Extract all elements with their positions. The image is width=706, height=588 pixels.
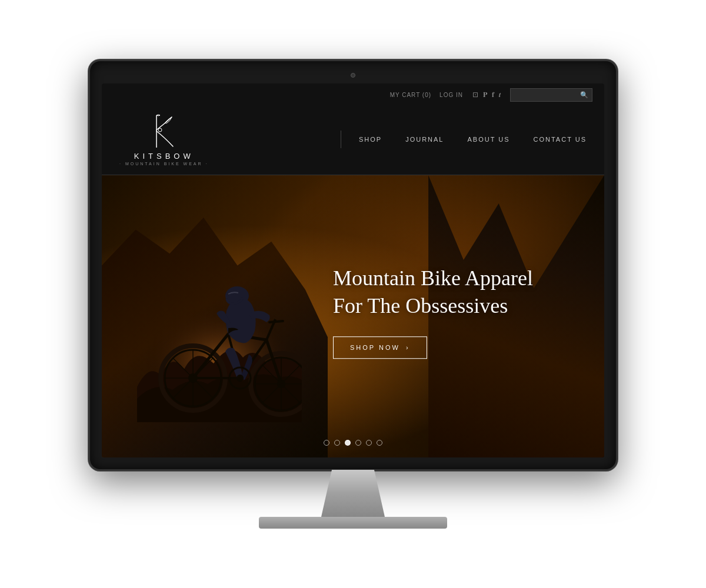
hero-text: Mountain Bike Apparel For The Obssessive… (333, 265, 533, 359)
monitor-stand (300, 470, 406, 517)
search-icon[interactable]: 🔍 (580, 91, 588, 99)
svg-point-1 (158, 128, 162, 132)
shop-now-button[interactable]: SHOP NOW › (333, 336, 427, 359)
header: KITSBOW · MOUNTAIN BIKE WEAR · SHOP JOUR… (102, 106, 604, 175)
carousel-dot-3[interactable] (345, 440, 351, 446)
main-nav: SHOP JOURNAL ABOUT US CONTACT US (359, 133, 587, 146)
social-icons: ⊡ 𝐏 𝐟 𝒕 (472, 91, 501, 99)
twitter-icon[interactable]: 𝒕 (499, 91, 501, 99)
hero-headline-line1: Mountain Bike Apparel (333, 265, 533, 292)
carousel-dots (324, 440, 382, 446)
svg-point-21 (237, 375, 244, 382)
cyclist-svg (137, 222, 302, 422)
carousel-dot-4[interactable] (355, 440, 361, 446)
instagram-icon[interactable]: ⊡ (472, 91, 478, 99)
hero-headline-line2: For The Obssessives (333, 292, 533, 320)
camera-dot (351, 73, 355, 78)
hero-section: Mountain Bike Apparel For The Obssessive… (102, 175, 604, 457)
login-link[interactable]: LOG IN (439, 92, 463, 98)
nav-section: SHOP JOURNAL ABOUT US CONTACT US (208, 131, 587, 148)
cart-link[interactable]: MY CART (0) (390, 92, 431, 98)
svg-line-18 (269, 321, 283, 322)
cyclist-illustration (137, 222, 302, 422)
facebook-icon[interactable]: 𝐟 (492, 91, 494, 99)
carousel-dot-1[interactable] (324, 440, 329, 446)
nav-divider (341, 131, 341, 148)
logo-icon (149, 112, 179, 151)
monitor-base (259, 517, 447, 529)
screen: MY CART (0) LOG IN ⊡ 𝐏 𝐟 𝒕 🔍 (102, 83, 604, 457)
shop-now-arrow: › (406, 344, 410, 351)
logo-section: KITSBOW · MOUNTAIN BIKE WEAR · (119, 112, 208, 166)
top-bar: MY CART (0) LOG IN ⊡ 𝐏 𝐟 𝒕 🔍 (102, 83, 604, 106)
logo-tagline: · MOUNTAIN BIKE WEAR · (119, 162, 208, 166)
shop-now-label: SHOP NOW (350, 344, 400, 351)
nav-contact[interactable]: CONTACT US (534, 133, 587, 146)
carousel-dot-5[interactable] (366, 440, 372, 446)
carousel-dot-6[interactable] (377, 440, 382, 446)
monitor-body: MY CART (0) LOG IN ⊡ 𝐏 𝐟 𝒕 🔍 (88, 59, 618, 471)
pinterest-icon[interactable]: 𝐏 (483, 91, 487, 99)
carousel-dot-2[interactable] (334, 440, 340, 446)
monitor-wrapper: MY CART (0) LOG IN ⊡ 𝐏 𝐟 𝒕 🔍 (88, 59, 618, 529)
nav-journal[interactable]: JOURNAL (405, 133, 444, 146)
logo-name: KITSBOW (134, 152, 194, 161)
nav-shop[interactable]: SHOP (359, 133, 382, 146)
search-input[interactable] (515, 92, 580, 99)
hero-headline: Mountain Bike Apparel For The Obssessive… (333, 265, 533, 320)
search-box[interactable]: 🔍 (510, 88, 592, 102)
top-bar-links: MY CART (0) LOG IN (390, 92, 463, 98)
nav-about[interactable]: ABOUT US (467, 133, 509, 146)
